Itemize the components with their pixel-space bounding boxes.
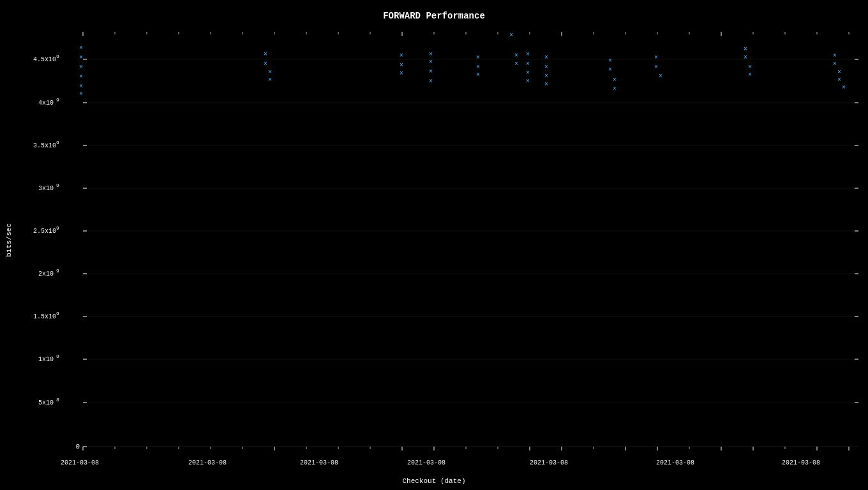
svg-text:9: 9 — [56, 54, 59, 59]
svg-text:×: × — [837, 68, 841, 75]
svg-text:2021-03-08: 2021-03-08 — [300, 459, 338, 466]
svg-text:×: × — [509, 31, 513, 38]
svg-text:9: 9 — [56, 182, 59, 188]
svg-text:9: 9 — [56, 268, 59, 274]
svg-text:×: × — [544, 54, 548, 61]
svg-text:×: × — [526, 77, 530, 84]
svg-text:×: × — [79, 44, 83, 51]
svg-text:×: × — [608, 57, 612, 64]
svg-text:8: 8 — [56, 397, 59, 403]
svg-text:1.5x10: 1.5x10 — [33, 313, 56, 320]
svg-text:×: × — [268, 76, 272, 83]
svg-text:2.5x10: 2.5x10 — [33, 228, 56, 235]
svg-text:×: × — [833, 52, 837, 59]
svg-text:×: × — [833, 60, 837, 67]
svg-text:×: × — [79, 54, 83, 61]
svg-text:×: × — [429, 50, 433, 57]
svg-text:×: × — [837, 76, 841, 83]
chart-container: FORWARD Performance bits/sec 0 5x10 8 1x… — [0, 0, 868, 490]
svg-text:4x10: 4x10 — [38, 100, 54, 107]
svg-text:×: × — [79, 82, 83, 89]
svg-text:2x10: 2x10 — [38, 271, 54, 278]
svg-text:×: × — [526, 69, 530, 76]
svg-text:4.5x10: 4.5x10 — [33, 56, 56, 63]
svg-text:×: × — [544, 72, 548, 79]
svg-text:1x10: 1x10 — [38, 356, 54, 363]
svg-text:5x10: 5x10 — [38, 399, 54, 406]
svg-text:×: × — [429, 68, 433, 75]
svg-text:×: × — [476, 63, 480, 70]
svg-text:×: × — [654, 54, 658, 61]
svg-text:×: × — [79, 73, 83, 80]
svg-text:×: × — [429, 58, 433, 65]
svg-text:×: × — [544, 80, 548, 87]
chart-svg: 0 5x10 8 1x10 9 1.5x10 9 2x10 9 2.5x10 9 — [0, 0, 868, 490]
svg-text:×: × — [613, 76, 617, 83]
svg-text:×: × — [744, 45, 747, 52]
svg-text:×: × — [608, 66, 612, 73]
svg-text:3.5x10: 3.5x10 — [33, 142, 56, 149]
svg-text:×: × — [264, 60, 267, 67]
svg-text:2021-03-08: 2021-03-08 — [782, 459, 820, 466]
svg-text:×: × — [476, 54, 480, 61]
svg-text:×: × — [476, 71, 480, 78]
svg-text:×: × — [654, 63, 658, 70]
svg-text:×: × — [526, 60, 530, 67]
x-axis-label: Checkout (date) — [0, 477, 868, 485]
svg-text:2021-03-08: 2021-03-08 — [188, 459, 227, 466]
svg-text:×: × — [264, 50, 267, 57]
svg-text:2021-03-08: 2021-03-08 — [530, 459, 568, 466]
svg-text:9: 9 — [56, 311, 59, 316]
svg-text:×: × — [514, 60, 518, 67]
svg-text:×: × — [514, 52, 518, 59]
svg-text:×: × — [526, 50, 530, 57]
svg-text:2021-03-08: 2021-03-08 — [656, 459, 694, 466]
svg-text:×: × — [744, 54, 747, 61]
svg-text:×: × — [748, 63, 752, 70]
svg-text:×: × — [613, 85, 617, 92]
svg-text:×: × — [659, 72, 662, 79]
svg-text:×: × — [400, 61, 403, 68]
svg-text:×: × — [748, 71, 752, 78]
svg-text:2021-03-08: 2021-03-08 — [407, 459, 445, 466]
svg-text:×: × — [79, 90, 83, 97]
svg-text:×: × — [429, 77, 433, 84]
svg-text:3x10: 3x10 — [38, 185, 54, 192]
svg-text:×: × — [400, 70, 403, 77]
svg-text:×: × — [544, 63, 548, 70]
svg-text:×: × — [79, 63, 83, 70]
svg-text:×: × — [268, 68, 272, 75]
svg-text:9: 9 — [56, 97, 59, 103]
svg-text:×: × — [842, 84, 846, 91]
svg-text:×: × — [400, 52, 403, 59]
svg-text:2021-03-08: 2021-03-08 — [61, 459, 99, 466]
svg-text:0: 0 — [75, 443, 80, 450]
svg-text:9: 9 — [56, 225, 59, 231]
svg-text:9: 9 — [56, 353, 59, 359]
svg-text:9: 9 — [56, 140, 59, 145]
